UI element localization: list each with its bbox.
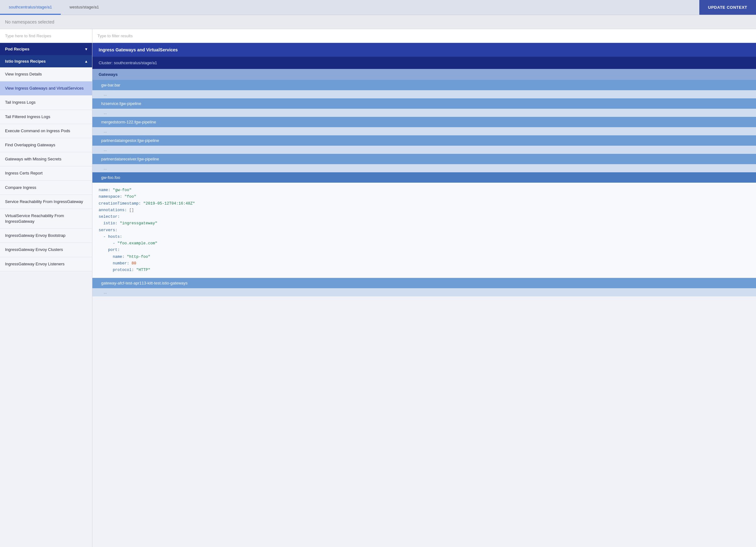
results-area: Ingress Gateways and VirtualServices Clu… — [92, 43, 756, 547]
gateway-dots-3: ... — [92, 146, 756, 154]
update-context-button[interactable]: UPDATE CONTEXT — [699, 0, 756, 15]
recipe-item-tail-ingress-logs[interactable]: Tail Ingress Logs — [0, 95, 92, 110]
istio-ingress-chevron: ▴ — [85, 59, 87, 64]
gateways-section-text: Gateways — [99, 72, 118, 77]
result-cluster: Cluster: southcentralus/stage/a1 — [92, 57, 756, 69]
gateway-details-code: name: "gw-foo" namespace: "foo" creation… — [92, 183, 756, 278]
gateway-row-mergedstorm[interactable]: mergedstorm-122.fgw-pipeline — [92, 117, 756, 127]
gateway-dots-2: ... — [92, 127, 756, 135]
istio-ingress-label: Istio Ingress Recipes — [5, 59, 46, 64]
gateway-row-partnerdataingestor[interactable]: partnerdataingestor.fgw-pipeline — [92, 135, 756, 146]
gateways-section-header: Gateways — [92, 69, 756, 80]
pod-recipes-label: Pod Recipes — [5, 47, 29, 51]
result-cluster-text: Cluster: southcentralus/stage/a1 — [99, 60, 157, 65]
namespace-bar: No namespaces selected — [0, 15, 756, 29]
gateway-dots-0: ... — [92, 90, 756, 98]
recipe-item-find-overlapping[interactable]: Find Overlapping Gateways — [0, 138, 92, 152]
gateway-row-gw-foo-foo[interactable]: gw-foo.foo — [92, 172, 756, 183]
gateway-row-partnerdatareceiver[interactable]: partnerdatareceiver.fgw-pipeline — [92, 154, 756, 164]
pod-recipes-category[interactable]: Pod Recipes ▾ — [0, 43, 92, 55]
istio-ingress-category[interactable]: Istio Ingress Recipes ▴ — [0, 55, 92, 67]
gateway-row-gw-bar-bar[interactable]: gw-bar.bar — [92, 80, 756, 90]
tab-bar: southcentralus/stage/a1 westus/stage/a1 … — [0, 0, 756, 15]
gateway-dots-4: ... — [92, 164, 756, 172]
recipe-item-virtualservice-reachability[interactable]: VirtualService Reachability From Ingress… — [0, 209, 92, 229]
recipe-item-ingressgateway-clusters[interactable]: IngressGateway Envoy Clusters — [0, 243, 92, 257]
result-header: Ingress Gateways and VirtualServices — [92, 43, 756, 57]
left-panel: Pod Recipes ▾ Istio Ingress Recipes ▴ Vi… — [0, 29, 92, 547]
recipe-item-ingressgateway-listeners[interactable]: IngressGateway Envoy Listeners — [0, 257, 92, 271]
recipe-item-ingress-certs-report[interactable]: Ingress Certs Report — [0, 166, 92, 180]
recipe-item-ingressgateway-bootstrap[interactable]: IngressGateway Envoy Bootstrap — [0, 229, 92, 243]
gateway-row-hzservice[interactable]: hzservice.fgw-pipeline — [92, 98, 756, 109]
recipe-item-view-ingress-gateways[interactable]: View Ingress Gateways and VirtualService… — [0, 81, 92, 95]
gateway-dots-bottom: ... — [92, 288, 756, 297]
recipe-item-gateways-missing-secrets[interactable]: Gateways with Missing Secrets — [0, 152, 92, 166]
recipe-item-tail-filtered-ingress-logs[interactable]: Tail Filtered Ingress Logs — [0, 110, 92, 124]
result-header-text: Ingress Gateways and VirtualServices — [99, 47, 178, 52]
gateway-row-bottom[interactable]: gateway-afcf-test-apr113-kitt-test.istio… — [92, 278, 756, 288]
recipe-search-input[interactable] — [0, 29, 92, 43]
tab-southcentralus[interactable]: southcentralus/stage/a1 — [0, 0, 61, 15]
namespace-text: No namespaces selected — [5, 19, 54, 24]
filter-results-input[interactable] — [92, 29, 756, 43]
gateway-dots-1: ... — [92, 109, 756, 117]
tab-westus[interactable]: westus/stage/a1 — [61, 0, 108, 15]
recipe-item-execute-command[interactable]: Execute Command on Ingress Pods — [0, 124, 92, 138]
pod-recipes-chevron: ▾ — [85, 47, 87, 51]
right-panel: Ingress Gateways and VirtualServices Clu… — [92, 29, 756, 547]
tab-westus-label: westus/stage/a1 — [70, 5, 99, 9]
main-layout: Pod Recipes ▾ Istio Ingress Recipes ▴ Vi… — [0, 29, 756, 547]
tab-southcentralus-label: southcentralus/stage/a1 — [9, 5, 52, 9]
recipe-item-service-reachability[interactable]: Service Reachability From IngressGateway — [0, 195, 92, 209]
recipe-items-list: View Ingress Details View Ingress Gatewa… — [0, 67, 92, 271]
recipe-item-view-ingress-details[interactable]: View Ingress Details — [0, 67, 92, 81]
recipe-item-compare-ingress[interactable]: Compare Ingress — [0, 181, 92, 195]
